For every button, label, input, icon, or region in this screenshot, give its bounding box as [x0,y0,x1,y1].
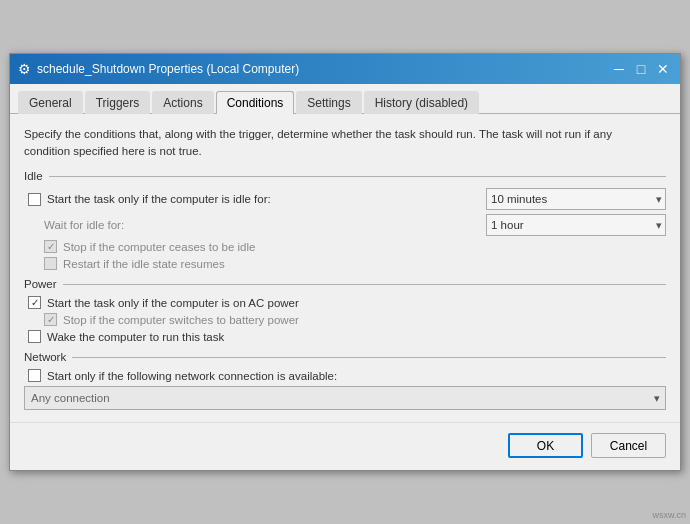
start-idle-dropdown-container: 10 minutes [486,188,666,210]
power-section-header: Power [24,278,666,290]
wait-for-label: Wait for idle for: [44,219,124,231]
wake-row: Wake the computer to run this task [24,330,666,343]
tab-history[interactable]: History (disabled) [364,91,479,114]
window-icon: ⚙ [18,61,31,77]
properties-dialog: ⚙ schedule_Shutdown Properties (Local Co… [9,53,681,472]
restart-idle-row: Restart if the idle state resumes [24,257,666,270]
title-bar: ⚙ schedule_Shutdown Properties (Local Co… [10,54,680,84]
start-idle-checkbox[interactable] [28,193,41,206]
stop-idle-label: Stop if the computer ceases to be idle [63,241,255,253]
network-dropdown-container: Any connection [24,386,666,410]
network-checkbox[interactable] [28,369,41,382]
tab-settings[interactable]: Settings [296,91,361,114]
idle-label: Idle [24,170,49,182]
tab-actions[interactable]: Actions [152,91,213,114]
start-idle-row: Start the task only if the computer is i… [24,188,666,210]
watermark: wsxw.cn [652,510,686,520]
wait-for-dropdown-container: 1 hour [486,214,666,236]
battery-row: Stop if the computer switches to battery… [24,313,666,326]
stop-idle-checkbox[interactable] [44,240,57,253]
restart-idle-label: Restart if the idle state resumes [63,258,225,270]
network-label: Network [24,351,72,363]
tab-conditions[interactable]: Conditions [216,91,295,114]
restart-idle-checkbox[interactable] [44,257,57,270]
tabs-bar: General Triggers Actions Conditions Sett… [10,84,680,114]
wake-label: Wake the computer to run this task [47,331,224,343]
network-divider [72,357,666,358]
minimize-button[interactable]: ─ [610,60,628,78]
cancel-button[interactable]: Cancel [591,433,666,458]
tab-content: Specify the conditions that, along with … [10,114,680,423]
footer: OK Cancel [10,422,680,470]
maximize-button[interactable]: □ [632,60,650,78]
battery-checkbox[interactable] [44,313,57,326]
idle-divider [49,176,666,177]
close-button[interactable]: ✕ [654,60,672,78]
idle-duration-dropdown[interactable]: 10 minutes [486,188,666,210]
ok-button[interactable]: OK [508,433,583,458]
network-section-header: Network [24,351,666,363]
idle-section-header: Idle [24,170,666,182]
network-connection-dropdown[interactable]: Any connection [24,386,666,410]
network-available-row: Start only if the following network conn… [24,369,666,382]
wait-for-row: Wait for idle for: 1 hour [24,214,666,236]
wake-checkbox[interactable] [28,330,41,343]
window-title: schedule_Shutdown Properties (Local Comp… [37,62,299,76]
battery-label: Stop if the computer switches to battery… [63,314,299,326]
description-text: Specify the conditions that, along with … [24,126,666,161]
title-controls: ─ □ ✕ [610,60,672,78]
power-label: Power [24,278,63,290]
ac-power-label: Start the task only if the computer is o… [47,297,299,309]
power-divider [63,284,666,285]
stop-idle-row: Stop if the computer ceases to be idle [24,240,666,253]
network-available-label: Start only if the following network conn… [47,370,337,382]
wait-for-dropdown[interactable]: 1 hour [486,214,666,236]
ac-power-row: Start the task only if the computer is o… [24,296,666,309]
start-idle-label: Start the task only if the computer is i… [47,193,271,205]
tab-general[interactable]: General [18,91,83,114]
tab-triggers[interactable]: Triggers [85,91,151,114]
ac-power-checkbox[interactable] [28,296,41,309]
